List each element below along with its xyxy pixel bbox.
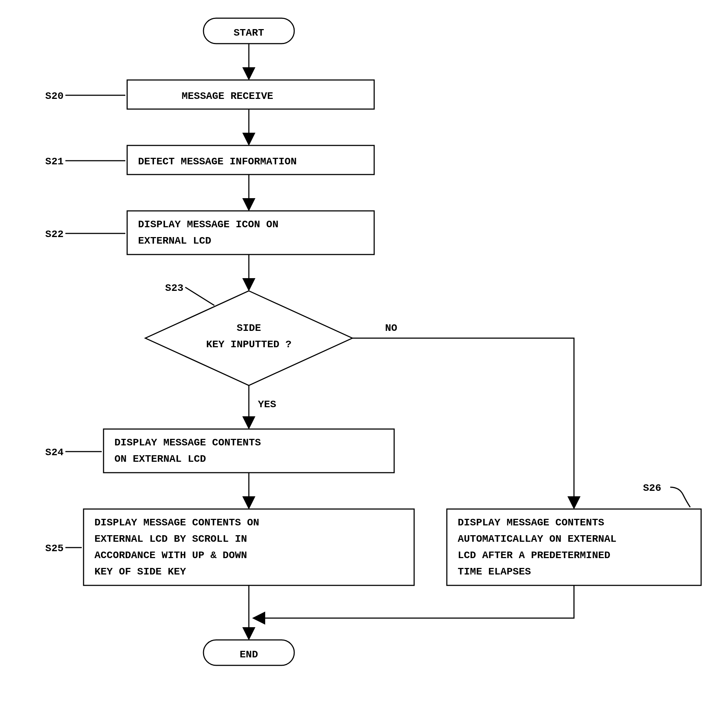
step-s25: DISPLAY MESSAGE CONTENTS ON EXTERNAL LCD…: [84, 509, 414, 585]
yes-label: YES: [258, 399, 276, 410]
s21-text: DETECT MESSAGE INFORMATION: [138, 156, 297, 167]
step-s22: DISPLAY MESSAGE ICON ON EXTERNAL LCD: [127, 211, 374, 255]
s22-text-line2: EXTERNAL LCD: [138, 235, 211, 246]
svg-rect-5: [104, 429, 394, 473]
s20-text: MESSAGE RECEIVE: [182, 91, 273, 102]
s26-text-line3: LCD AFTER A PREDETERMINED: [458, 550, 610, 561]
flowchart: START MESSAGE RECEIVE S20 DETECT MESSAGE…: [0, 0, 728, 701]
svg-marker-4: [145, 291, 352, 385]
step-s21: DETECT MESSAGE INFORMATION: [127, 145, 374, 175]
s25-label: S25: [45, 543, 64, 554]
no-label: NO: [385, 323, 397, 334]
label-connector: [185, 287, 214, 306]
step-s26: DISPLAY MESSAGE CONTENTS AUTOMATICALLAY …: [447, 509, 701, 585]
s24-text-line2: ON EXTERNAL LCD: [114, 453, 206, 465]
s25-text-line1: DISPLAY MESSAGE CONTENTS ON: [94, 517, 259, 528]
connector-no: [352, 338, 574, 507]
s22-label: S22: [45, 229, 64, 240]
s24-text-line1: DISPLAY MESSAGE CONTENTS: [114, 437, 261, 448]
step-s20: MESSAGE RECEIVE: [127, 80, 374, 109]
svg-rect-3: [127, 211, 374, 255]
terminal-start: START: [204, 18, 294, 43]
s25-text-line2: EXTERNAL LCD BY SCROLL IN: [94, 533, 247, 545]
start-label: START: [234, 27, 264, 39]
s24-label: S24: [45, 447, 64, 458]
end-label: END: [240, 649, 258, 660]
s22-text-line1: DISPLAY MESSAGE ICON ON: [138, 219, 278, 230]
s26-label: S26: [643, 482, 661, 494]
s20-label: S20: [45, 91, 64, 102]
s23-text-line1: SIDE: [237, 323, 261, 334]
s26-text-line2: AUTOMATICALLAY ON EXTERNAL: [458, 533, 617, 545]
step-s24: DISPLAY MESSAGE CONTENTS ON EXTERNAL LCD: [104, 429, 394, 473]
s26-text-line4: TIME ELAPSES: [458, 566, 531, 577]
s25-text-line3: ACCORDANCE WITH UP & DOWN: [94, 550, 247, 561]
label-connector: [670, 487, 690, 507]
s21-label: S21: [45, 156, 64, 167]
s26-text-line1: DISPLAY MESSAGE CONTENTS: [458, 517, 604, 528]
terminal-end: END: [204, 640, 294, 665]
s25-text-line4: KEY OF SIDE KEY: [94, 566, 186, 577]
connector-merge: [254, 585, 574, 618]
s23-text-line2: KEY INPUTTED ?: [206, 339, 291, 350]
s23-label: S23: [165, 282, 183, 294]
decision-s23: SIDE KEY INPUTTED ?: [145, 291, 352, 385]
